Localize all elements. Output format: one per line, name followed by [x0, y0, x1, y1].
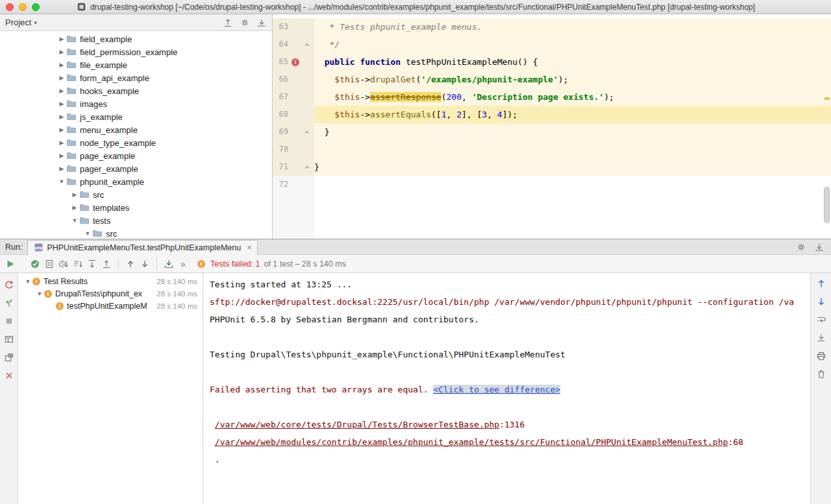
hide-panel-icon[interactable]	[814, 242, 825, 252]
hide-panel-icon[interactable]	[256, 18, 267, 28]
chevron-collapsed-icon[interactable]: ▶	[57, 101, 66, 107]
settings-gear-icon[interactable]	[240, 18, 250, 28]
code-text[interactable]: $this->assertEquals([1, 2], [3, 4]);	[314, 106, 831, 123]
project-tree-item-pager_example[interactable]: ▶pager_example	[0, 162, 272, 175]
line-number[interactable]: 70	[275, 141, 288, 158]
editor-gutter[interactable]: 72	[273, 176, 314, 193]
test-tree-row[interactable]: ▼!Drupal\Tests\phpunit_ex28 s 140 ms	[18, 287, 203, 300]
chevron-collapsed-icon[interactable]: ▶	[57, 36, 66, 42]
more-chevrons-icon[interactable]: »	[178, 259, 188, 269]
chevron-collapsed-icon[interactable]: ▶	[57, 165, 66, 172]
line-number[interactable]: 67	[275, 88, 288, 106]
sort-alphabetically-icon[interactable]	[73, 259, 83, 269]
editor-gutter[interactable]: 63	[273, 18, 314, 36]
chevron-collapsed-icon[interactable]: ▶	[70, 204, 79, 211]
chevron-expanded-icon[interactable]: ▼	[35, 291, 44, 297]
sort-by-duration-icon[interactable]	[58, 259, 69, 269]
chevron-expanded-icon[interactable]: ▼	[70, 217, 79, 224]
project-tree-item-form_api_example[interactable]: ▶form_api_example	[0, 71, 272, 84]
zoom-window-button[interactable]	[32, 3, 40, 11]
code-text[interactable]: public function testPhpUnitExampleMenu()…	[314, 53, 831, 71]
editor-gutter[interactable]: 65!	[273, 53, 314, 71]
editor-scrollbar[interactable]	[824, 187, 830, 223]
float-window-icon[interactable]	[4, 352, 14, 363]
settings-gear-icon[interactable]	[796, 242, 806, 252]
chevron-collapsed-icon[interactable]: ▶	[57, 75, 66, 81]
project-tree-item-hooks_example[interactable]: ▶hooks_example	[0, 84, 272, 97]
code-text[interactable]: }	[314, 158, 831, 176]
chevron-collapsed-icon[interactable]: ▶	[57, 114, 66, 120]
editor-gutter[interactable]: 67	[273, 88, 314, 106]
previous-failed-test-icon[interactable]	[125, 259, 136, 269]
print-icon[interactable]	[816, 351, 826, 361]
project-tree-item-menu_example[interactable]: ▶menu_example	[0, 123, 272, 136]
chevron-collapsed-icon[interactable]: ▶	[57, 62, 66, 68]
next-failed-test-icon[interactable]	[140, 259, 150, 269]
collapse-all-icon[interactable]	[223, 18, 233, 28]
minimize-window-button[interactable]	[19, 3, 27, 11]
editor-gutter[interactable]: 70	[273, 141, 314, 158]
import-test-results-icon[interactable]	[164, 259, 174, 269]
line-number[interactable]: 69	[275, 123, 288, 141]
collapse-all-icon[interactable]	[101, 259, 112, 269]
restore-layout-icon[interactable]	[4, 334, 14, 344]
chevron-down-icon[interactable]: ▾	[34, 19, 37, 26]
chevron-collapsed-icon[interactable]: ▶	[57, 152, 66, 159]
rerun-failed-tests-icon[interactable]	[4, 280, 14, 290]
fold-marker-icon[interactable]	[303, 129, 312, 136]
run-tab[interactable]: php PHPUnitExampleMenuTest.testPhpUnitEx…	[27, 240, 257, 255]
error-stripe-mark[interactable]	[825, 97, 830, 100]
failed-test-gutter-icon[interactable]: !	[290, 57, 301, 67]
project-tree-item-page_example[interactable]: ▶page_example	[0, 149, 272, 162]
show-ignored-icon[interactable]	[44, 259, 55, 269]
code-text[interactable]	[314, 141, 831, 158]
stack-trace-link[interactable]: /var/www/web/core/tests/Drupal/Tests/Bro…	[215, 420, 499, 429]
test-tree-row[interactable]: !testPhpUnitExampleM28 s 140 ms	[18, 300, 203, 312]
chevron-collapsed-icon[interactable]: ▶	[57, 88, 66, 94]
editor-gutter[interactable]: 66	[273, 71, 314, 88]
line-number[interactable]: 71	[275, 158, 288, 176]
project-tree-item-field_example[interactable]: ▶field_example	[0, 32, 272, 45]
code-text[interactable]: }	[314, 123, 831, 141]
chevron-expanded-icon[interactable]: ▼	[83, 230, 92, 237]
up-stack-trace-icon[interactable]	[816, 278, 826, 289]
chevron-collapsed-icon[interactable]: ▶	[57, 126, 66, 133]
project-tree-item-templates[interactable]: ▶templates	[0, 201, 272, 214]
chevron-collapsed-icon[interactable]: ▶	[57, 49, 66, 55]
project-tree-item-src[interactable]: ▶src	[0, 188, 272, 201]
editor[interactable]: 63 * Tests phpunit_example menus.64 */65…	[273, 14, 831, 239]
line-number[interactable]: 68	[275, 106, 288, 123]
scroll-to-end-icon[interactable]	[816, 333, 826, 343]
line-number[interactable]: 63	[275, 18, 288, 36]
project-tree-item-js_example[interactable]: ▶js_example	[0, 110, 272, 123]
line-number[interactable]: 64	[275, 36, 288, 53]
chevron-collapsed-icon[interactable]: ▶	[70, 191, 79, 198]
test-tree-row[interactable]: ▼!Test Results28 s 140 ms	[18, 275, 203, 287]
line-number[interactable]: 65	[275, 53, 288, 71]
code-text[interactable]: */	[314, 36, 831, 53]
close-tab-icon[interactable]: ×	[247, 243, 252, 252]
project-tree-item-field_permission_example[interactable]: ▶field_permission_example	[0, 45, 272, 58]
code-text[interactable]: * Tests phpunit_example menus.	[314, 18, 831, 36]
project-tree-item-src[interactable]: ▼src	[0, 227, 272, 239]
editor-gutter[interactable]: 71	[273, 158, 314, 176]
code-text[interactable]	[314, 176, 831, 193]
close-icon[interactable]	[4, 370, 14, 381]
chevron-expanded-icon[interactable]: ▼	[57, 178, 66, 185]
see-difference-link[interactable]: <Click to see difference>	[433, 385, 560, 394]
expand-all-icon[interactable]	[87, 259, 97, 269]
toggle-auto-test-icon[interactable]	[4, 298, 14, 308]
project-tree-item-tests[interactable]: ▼tests	[0, 214, 272, 227]
chevron-collapsed-icon[interactable]: ▶	[57, 139, 66, 146]
code-text[interactable]: $this->assertResponse(200, 'Description …	[314, 88, 831, 106]
fold-marker-icon[interactable]	[303, 42, 312, 48]
chevron-expanded-icon[interactable]: ▼	[23, 278, 32, 285]
rerun-tests-button[interactable]	[5, 259, 16, 269]
test-console-output[interactable]: Testing started at 13:25 ...sftp://docke…	[203, 273, 810, 504]
clear-all-icon[interactable]	[816, 369, 826, 379]
stop-icon[interactable]	[4, 316, 14, 326]
show-passed-icon[interactable]	[30, 259, 40, 269]
line-number[interactable]: 66	[275, 71, 288, 88]
project-view-selector[interactable]: Project	[5, 18, 31, 27]
fold-marker-icon[interactable]	[303, 164, 312, 171]
